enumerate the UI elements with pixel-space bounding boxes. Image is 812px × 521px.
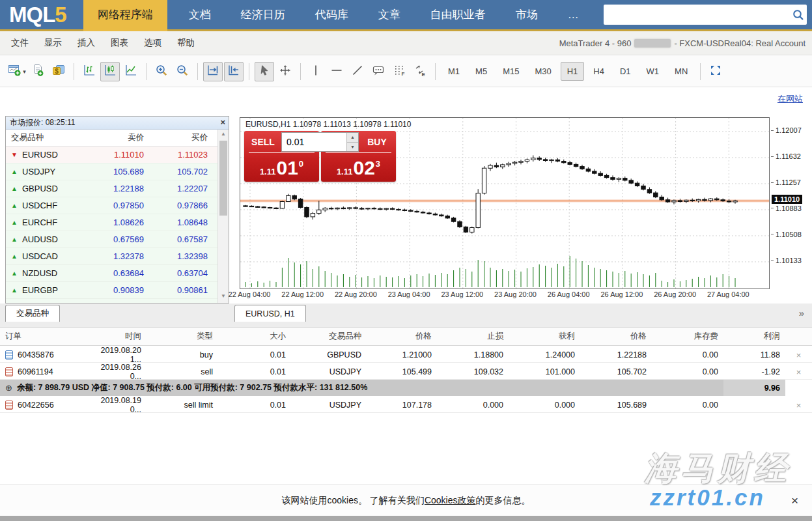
indicators-button[interactable]: E bbox=[410, 62, 430, 81]
menu-item-文件[interactable]: 文件 bbox=[3, 37, 36, 49]
nav-item-市场[interactable]: 市场 bbox=[501, 0, 553, 29]
timeframe-H4-button[interactable]: H4 bbox=[587, 62, 611, 81]
fullscreen-button[interactable] bbox=[706, 62, 725, 81]
quote-row-USDCHF[interactable]: ▲USDCHF0.978500.97866 bbox=[6, 197, 229, 214]
quote-row-USDCAD[interactable]: ▲USDCAD1.323781.32398 bbox=[6, 248, 229, 265]
nav-item-…[interactable]: … bbox=[553, 0, 594, 29]
mql5-logo[interactable]: MQL5 bbox=[0, 3, 83, 27]
quote-row-EURGBP[interactable]: ▲EURGBP0.908390.90861 bbox=[6, 282, 229, 299]
toolbar-separator bbox=[300, 63, 301, 80]
quote-row-EURCHF[interactable]: ▲EURCHF1.086261.08648 bbox=[6, 214, 229, 231]
timeframe-H1-button[interactable]: H1 bbox=[561, 62, 585, 81]
bid-cell: 1.11010 bbox=[89, 150, 149, 160]
scrollbar-thumb[interactable] bbox=[219, 141, 227, 216]
quote-row-GBPUSD[interactable]: ▲GBPUSD1.221881.22207 bbox=[6, 180, 229, 197]
sell-order-icon bbox=[5, 401, 13, 410]
new-chart-button[interactable]: ▾ bbox=[7, 62, 27, 81]
nav-item-文档[interactable]: 文档 bbox=[174, 0, 226, 29]
timeframe-M5-button[interactable]: M5 bbox=[469, 62, 494, 81]
close-order-icon[interactable]: × bbox=[785, 401, 812, 410]
order-sl-cell: 109.032 bbox=[437, 367, 509, 376]
ask-cell: 0.90861 bbox=[149, 285, 213, 295]
orders-header-row: 订单时间类型大小交易品种价格止损获利价格库存费利润 bbox=[0, 328, 812, 346]
order-tp-cell: 101.000 bbox=[509, 367, 580, 376]
quote-row-USDJPY[interactable]: ▲USDJPY105.689105.702 bbox=[6, 163, 229, 180]
order-row-60422656[interactable]: 604226562019.08.19 0...sell limit0.01USD… bbox=[0, 396, 812, 413]
menu-item-选项[interactable]: 选项 bbox=[136, 37, 169, 49]
close-order-icon[interactable]: × bbox=[785, 367, 812, 377]
expand-icon[interactable]: ⊕ bbox=[5, 383, 12, 393]
trendline-button[interactable] bbox=[348, 62, 367, 81]
line-chart-button[interactable] bbox=[121, 62, 141, 81]
fibonacci-button[interactable]: F bbox=[389, 62, 409, 81]
site-nav: MQL5 网络程序端文档经济日历代码库文章自由职业者市场… bbox=[0, 0, 812, 29]
close-order-icon[interactable]: × bbox=[785, 350, 812, 360]
orders-column-大小: 大小 bbox=[218, 331, 291, 342]
cookie-close-icon[interactable]: × bbox=[791, 494, 798, 508]
quote-row-NZDUSD[interactable]: ▲NZDUSD0.636840.63704 bbox=[6, 265, 229, 282]
symbol-name: USDCHF bbox=[22, 201, 57, 210]
stepper-down-icon[interactable]: ▼ bbox=[347, 143, 358, 152]
svg-text:$: $ bbox=[55, 67, 59, 74]
nav-item-自由职业者[interactable]: 自由职业者 bbox=[415, 0, 501, 29]
logo-text-5: 5 bbox=[55, 3, 66, 27]
volume-input[interactable] bbox=[282, 133, 335, 151]
order-row-60435876[interactable]: 604358762019.08.20 1...buy0.01GBPUSD1.21… bbox=[0, 346, 812, 363]
zoom-in-button[interactable] bbox=[152, 62, 171, 81]
bottom-strip bbox=[0, 516, 812, 521]
site-search-input[interactable] bbox=[604, 6, 790, 23]
timeframe-MN-button[interactable]: MN bbox=[668, 62, 694, 81]
timeframe-W1-button[interactable]: W1 bbox=[640, 62, 666, 81]
order-symbol-cell: GBPUSD bbox=[291, 350, 367, 359]
zoom-out-button[interactable] bbox=[173, 62, 192, 81]
market-watch-close-icon[interactable]: × bbox=[220, 117, 225, 127]
quote-row-EURUSD[interactable]: ▼EURUSD1.110101.11023 bbox=[6, 147, 229, 163]
toolbar-separator bbox=[435, 63, 436, 80]
hline-button[interactable] bbox=[327, 62, 346, 81]
quote-row-EURJPY[interactable]: ▲EURJPY117.839117.851 bbox=[6, 299, 229, 303]
nav-item-网络程序端[interactable]: 网络程序端 bbox=[83, 0, 167, 31]
menu-item-图表[interactable]: 图表 bbox=[103, 37, 136, 49]
crosshair-button[interactable] bbox=[275, 62, 295, 81]
x-axis-label: 26 Aug 20:00 bbox=[646, 290, 705, 298]
nav-item-代码库[interactable]: 代码库 bbox=[300, 0, 363, 29]
sell-order-icon bbox=[5, 367, 13, 376]
vline-button[interactable] bbox=[306, 62, 326, 81]
auto-scroll-button[interactable] bbox=[203, 62, 223, 81]
chart-shift-button[interactable] bbox=[224, 62, 244, 81]
menu-item-插入[interactable]: 插入 bbox=[70, 37, 103, 49]
bars-button[interactable] bbox=[79, 62, 99, 81]
timeframe-M1-button[interactable]: M1 bbox=[441, 62, 466, 81]
order-row-60961194[interactable]: 609611942019.08.26 0...sell0.01USDJPY105… bbox=[0, 363, 812, 380]
market-watch-title: 市场报价: 08:25:11 bbox=[10, 117, 76, 128]
menu-item-帮助[interactable]: 帮助 bbox=[169, 37, 203, 49]
order-price-cell: 107.178 bbox=[367, 401, 437, 410]
more-tabs-chevron[interactable]: » bbox=[799, 307, 804, 318]
nav-item-文章[interactable]: 文章 bbox=[363, 0, 415, 29]
profiles-button[interactable]: $ bbox=[49, 62, 68, 81]
chart-tab-eurusd-h1[interactable]: EURUSD, H1 bbox=[234, 305, 306, 322]
comment-button[interactable] bbox=[369, 62, 388, 81]
terminal-menubar: 文件显示插入图表选项帮助 MetaTrader 4 - 960 - FXCM-U… bbox=[0, 31, 812, 55]
timeframe-M30-button[interactable]: M30 bbox=[528, 62, 557, 81]
stepper-up-icon[interactable]: ▲ bbox=[347, 133, 358, 143]
cursor-button[interactable] bbox=[255, 62, 274, 81]
menu-item-显示[interactable]: 显示 bbox=[36, 37, 70, 49]
timeframe-M15-button[interactable]: M15 bbox=[496, 62, 525, 81]
vline-icon bbox=[309, 64, 322, 79]
scroll-up-icon[interactable]: ▲ bbox=[218, 131, 229, 139]
nav-item-经济日历[interactable]: 经济日历 bbox=[226, 0, 300, 29]
chart-plot[interactable]: EURUSD,H1 1.10978 1.11013 1.10978 1.1101… bbox=[240, 117, 770, 289]
bid-cell: 0.67569 bbox=[89, 234, 149, 244]
quote-row-AUDUSD[interactable]: ▲AUDUSD0.675690.67587 bbox=[6, 231, 229, 248]
candles-button[interactable] bbox=[100, 62, 120, 81]
market-watch-scrollbar[interactable]: ▲ ▼ bbox=[217, 130, 229, 303]
cookie-policy-link[interactable]: Cookies政策 bbox=[425, 495, 476, 507]
search-icon[interactable] bbox=[790, 9, 807, 21]
onsite-link[interactable]: 在网站 bbox=[777, 93, 803, 105]
y-axis-label: 1.11632 bbox=[771, 152, 801, 160]
market-watch-tab[interactable]: 交易品种 bbox=[5, 305, 60, 322]
timeframe-D1-button[interactable]: D1 bbox=[613, 62, 637, 81]
new-order-button[interactable] bbox=[28, 62, 48, 81]
bid-cell: 1.22188 bbox=[89, 184, 149, 193]
